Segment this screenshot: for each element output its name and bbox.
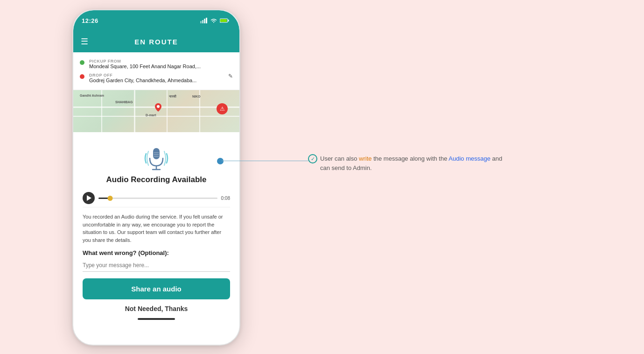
dropoff-address: Godrej Garden City, Chandkheda, Ahmedaba… (89, 78, 196, 83)
svg-rect-8 (153, 148, 160, 159)
dropoff-dot (80, 74, 84, 79)
signal-icon (200, 18, 208, 23)
callout-highlight-write: write (359, 155, 371, 162)
callout-annotation: ✓ User can also write the message along … (308, 154, 504, 172)
wifi-icon (210, 18, 217, 23)
svg-rect-3 (206, 18, 207, 23)
nav-title: EN ROUTE (134, 38, 178, 46)
audio-progress-dot (108, 196, 113, 201)
map-road-v2 (134, 90, 135, 132)
map-label-niko: NIKO (192, 95, 201, 98)
audio-time: 0:08 (221, 196, 230, 201)
mic-area (142, 140, 170, 175)
dropoff-info: DROP OFF Godrej Garden City, Chandkheda,… (89, 73, 196, 83)
callout-text-wrap: ✓ User can also write the message along … (308, 154, 504, 172)
not-needed-button[interactable]: Not Needed, Thanks (125, 305, 188, 312)
map-label-shahibag: SHAHIBAG (115, 100, 133, 104)
audio-description: You recorded an Audio during the service… (83, 213, 230, 244)
callout-highlight-audio: Audio message (448, 155, 490, 162)
map-background: Gandhi Ashram SHAHIBAG D-mart NIKO नारसी (73, 90, 239, 132)
menu-icon[interactable]: ☰ (81, 36, 88, 47)
microphone-icon (143, 144, 169, 172)
map-label-gandhi: Gandhi Ashram (80, 94, 104, 97)
nav-bar: ☰ EN ROUTE (73, 31, 239, 52)
mic-icon-wrap (142, 144, 170, 172)
map-road-h2 (73, 116, 239, 117)
pickup-info: PICKUP FROM Mondeal Square, 100 Feet Ana… (89, 59, 201, 69)
share-audio-button[interactable]: Share an audio (83, 278, 230, 299)
battery-icon (220, 18, 229, 23)
callout-connector-line (222, 161, 308, 161)
audio-title: Audio Recording Available (106, 175, 206, 184)
callout-text: User can also write the message along wi… (320, 154, 504, 172)
dropoff-label: DROP OFF (89, 73, 196, 78)
pickup-label: PICKUP FROM (89, 59, 201, 64)
edit-icon[interactable]: ✎ (228, 73, 233, 79)
callout-check-icon: ✓ (308, 154, 317, 163)
status-bar: 12:26 (73, 10, 239, 31)
message-input[interactable] (83, 260, 230, 272)
svg-point-7 (157, 105, 160, 108)
pickup-dot (80, 60, 84, 65)
map-label-dimart: D-mart (146, 113, 156, 117)
svg-rect-1 (202, 20, 203, 23)
location-pin (155, 103, 161, 113)
phone-mockup: 12:26 (72, 9, 240, 346)
phone-frame: 12:26 (72, 9, 240, 346)
audio-section: Audio Recording Available 0:08 You recor… (73, 132, 239, 325)
play-button[interactable] (83, 192, 95, 204)
home-indicator (138, 318, 175, 320)
map-label-narsi: नारसी (169, 95, 176, 99)
route-info: PICKUP FROM Mondeal Square, 100 Feet Ana… (73, 52, 239, 90)
pickup-row: PICKUP FROM Mondeal Square, 100 Feet Ana… (80, 57, 233, 71)
svg-rect-6 (220, 19, 227, 22)
status-time: 12:26 (82, 17, 98, 24)
svg-rect-2 (204, 19, 205, 23)
what-went-wrong-label: What went wrong? (Optional): (83, 249, 230, 256)
dropoff-row: DROP OFF Godrej Garden City, Chandkheda,… (80, 71, 233, 85)
alert-pin[interactable] (217, 103, 228, 114)
audio-player[interactable]: 0:08 (83, 189, 230, 207)
map-area: Gandhi Ashram SHAHIBAG D-mart NIKO नारसी (73, 90, 239, 132)
svg-rect-0 (200, 21, 202, 23)
map-road-v3 (167, 90, 168, 132)
pickup-address: Mondeal Square, 100 Feet Anand Nagar Roa… (89, 64, 201, 69)
svg-rect-5 (228, 20, 229, 21)
audio-progress-bar[interactable] (98, 198, 217, 199)
callout-dot (217, 158, 224, 164)
status-icons (200, 18, 229, 23)
